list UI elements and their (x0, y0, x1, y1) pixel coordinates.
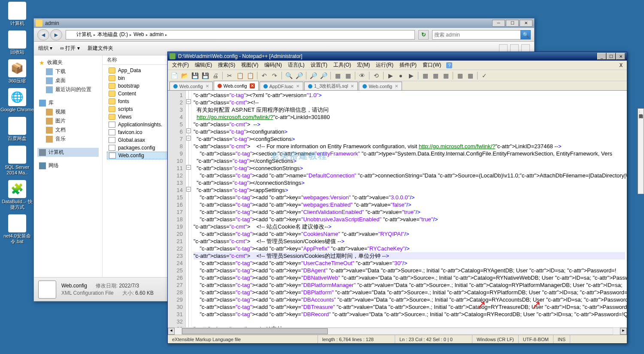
toolbar-button[interactable]: ⟲ (372, 71, 381, 80)
toolbar-button[interactable]: 🔎 (294, 71, 304, 80)
toolbar-button[interactable]: 📄 (169, 71, 179, 80)
menu-item[interactable]: 语言(L) (285, 61, 307, 70)
sidebar-favorites[interactable]: ★收藏夹 (37, 58, 99, 67)
toolbar-button[interactable]: ↶ (260, 71, 269, 80)
fold-marker[interactable]: − (186, 165, 191, 170)
code-line[interactable]: "c-attr">class="c-tag"><add "c-attr">key… (194, 245, 625, 252)
code-line[interactable]: "c-attr">class="c-cmt"> <!-- For more in… (194, 143, 625, 150)
address-bar[interactable]: 计算机▸本地磁盘 (D:)▸Web▸admin▸ (66, 30, 415, 40)
close-icon[interactable]: ✕ (296, 84, 299, 88)
desktop-icon[interactable]: ☁百度网盘 (0, 117, 34, 141)
fold-column[interactable]: −−−−− (186, 91, 192, 327)
help-icon[interactable]: ? (446, 62, 452, 68)
menu-item[interactable]: 视图(V) (239, 61, 261, 70)
desktop-icon[interactable]: 🗄SQL Server 2014 Ma.. (0, 146, 34, 176)
menu-item[interactable]: 文件(F) (169, 61, 191, 70)
code-line[interactable]: "c-attr">class="c-tag"><add "c-attr">key… (194, 201, 625, 208)
column-name-header[interactable]: 名称 (107, 56, 121, 64)
search-input[interactable] (434, 32, 519, 38)
sidebar-item[interactable]: 最近访问的位置 (37, 85, 99, 94)
fold-marker[interactable]: − (186, 187, 191, 192)
status-eol[interactable]: Windows (CR LF) (472, 335, 519, 343)
menu-item[interactable]: 插件(P) (397, 61, 419, 70)
menu-item[interactable]: 运行(R) (373, 61, 396, 70)
code-line[interactable]: "c-attr">class="c-tag"><add "c-attr">key… (194, 311, 625, 318)
toolbar-button[interactable]: ↷ (270, 71, 279, 80)
code-line[interactable]: "c-attr">class="c-cmt"> <!-- 站点Cookie名 建… (194, 223, 625, 230)
sidebar-computer[interactable]: 计算机 (37, 148, 99, 157)
code-line[interactable]: "c-attr">class="c-tag"><add "c-attr">key… (194, 208, 625, 216)
desktop-icon[interactable]: 🌐Google Chrome (0, 88, 34, 113)
menu-item[interactable]: 搜索(S) (215, 61, 238, 70)
code-line[interactable]: "c-attr">class="c-tag"><add "c-attr">key… (194, 281, 625, 289)
nav-back-button[interactable]: ◄ (37, 29, 49, 40)
code-line[interactable]: "c-attr">class="c-tag"><add "c-attr">key… (194, 289, 625, 296)
toolbar-button[interactable]: ▶ (386, 71, 395, 80)
organize-menu[interactable]: 组织 ▾ (38, 45, 52, 52)
sidebar-item[interactable]: 图片 (37, 116, 99, 125)
toolbar-button[interactable]: 🔎 (308, 71, 318, 80)
code-line[interactable]: "c-attr">class="c-tag"><add "c-attr">key… (194, 274, 625, 281)
desktop-icon[interactable]: 🧩DataBuild..- 快捷方式 (0, 180, 34, 210)
horizontal-scrollbar[interactable]: ◄► (168, 327, 627, 335)
close-icon[interactable]: ✕ (206, 84, 209, 88)
code-line[interactable]: "c-attr">class="c-tag"></connectionStrin… (194, 179, 625, 186)
desktop-icon[interactable]: 📦360压缩 (0, 59, 34, 84)
search-box[interactable]: 🔍 (432, 30, 531, 40)
toolbar-button[interactable]: 📋 (235, 71, 245, 80)
search-icon[interactable]: 🔍 (520, 30, 531, 40)
code-area[interactable]: "c-attr">class="c-tag"><?xml "c-attr">ve… (192, 91, 627, 327)
menu-item[interactable]: 宏(M) (354, 61, 372, 70)
chevron-right-icon[interactable]: ▸ (146, 33, 148, 37)
toolbar-button[interactable]: ▦ (466, 71, 475, 80)
code-line[interactable] (194, 318, 625, 325)
menu-item[interactable]: 编辑(E) (192, 61, 215, 70)
code-line[interactable]: http://go.microsoft.com/fwlink/?"c-attr"… (194, 113, 625, 121)
menu-item[interactable]: 窗口(W) (420, 61, 444, 70)
code-line[interactable]: "c-attr">class="c-tag"><add "c-attr">key… (194, 303, 625, 311)
breadcrumb-segment[interactable]: 计算机 (76, 31, 92, 37)
code-line[interactable]: "c-attr">class="c-cmt"> --> (194, 121, 625, 128)
close-button[interactable]: ✕ (520, 20, 532, 27)
toolbar-button[interactable]: 🖨 (211, 71, 220, 80)
close-icon[interactable]: ✕ (351, 84, 354, 88)
toolbar-button[interactable]: ▦ (431, 71, 440, 80)
toolbar-button[interactable]: 🔎 (319, 71, 328, 80)
code-line[interactable]: 有关如何配置 ASP.NET 应用程序的详细信息，请访问 (194, 106, 625, 113)
toolbar-button[interactable]: ● (396, 71, 405, 80)
sidebar-item[interactable]: 文档 (37, 125, 99, 134)
sidebar-libraries[interactable]: 库 (37, 98, 99, 107)
editor-tab[interactable]: Web.config✕ (169, 82, 213, 90)
toolbar-button[interactable]: 📂 (180, 71, 189, 80)
code-line[interactable]: "c-attr">class="c-tag"><?xml "c-attr">ve… (194, 92, 625, 99)
code-line[interactable]: "c-attr">class="c-tag"><add "c-attr">key… (194, 259, 625, 267)
minimize-button[interactable]: _ (597, 53, 606, 60)
code-line[interactable]: "c-attr">class="c-tag"><add "c-attr">key… (194, 267, 625, 274)
fold-marker[interactable]: − (186, 136, 191, 140)
toolbar-button[interactable]: 📋 (245, 71, 255, 80)
toolbar-button[interactable]: 💾 (190, 71, 200, 80)
chevron-right-icon[interactable]: ▸ (165, 33, 167, 37)
fold-marker[interactable]: − (186, 128, 191, 133)
toolbar-button[interactable]: 👁 (357, 71, 367, 80)
code-line[interactable]: "c-attr">class="c-cmt"> <!--41支付 --> (194, 325, 625, 327)
close-tab-icon[interactable]: X (617, 62, 625, 68)
explorer-titlebar[interactable]: admin ─ ☐ ✕ (34, 18, 534, 28)
desktop-icon[interactable]: ⚙net4.0安装命令.bat (0, 214, 34, 244)
code-line[interactable]: "c-attr">class="c-tag"><connectionString… (194, 165, 625, 172)
menu-item[interactable]: 编码(N) (262, 61, 284, 70)
toolbar-button[interactable]: ▦ (455, 71, 465, 80)
status-insert-mode[interactable]: INS (553, 335, 570, 343)
code-line[interactable]: "c-attr">class="c-tag"><configuration> (194, 128, 625, 135)
toolbar-button[interactable]: 🔍 (284, 71, 293, 80)
toolbar-button[interactable]: ▦ (420, 71, 430, 80)
minimize-button[interactable]: ─ (492, 20, 505, 27)
breadcrumb-segment[interactable]: Web (133, 31, 144, 37)
code-line[interactable]: "c-attr">class="c-cmt"><!-- (194, 99, 625, 106)
code-line[interactable]: "c-attr">class="c-cmt"> <!-- 管理员Session/… (194, 238, 625, 245)
code-line[interactable]: "c-attr">class="c-tag"><add "c-attr">key… (194, 296, 625, 303)
open-menu[interactable]: ∞ 打开 ▾ (60, 45, 79, 52)
code-line[interactable]: "c-attr">class="c-tag"><add "c-attr">key… (194, 230, 625, 238)
editor-tab[interactable]: Web.config✕ (214, 81, 259, 90)
sidebar-network[interactable]: 网络 (37, 161, 99, 170)
